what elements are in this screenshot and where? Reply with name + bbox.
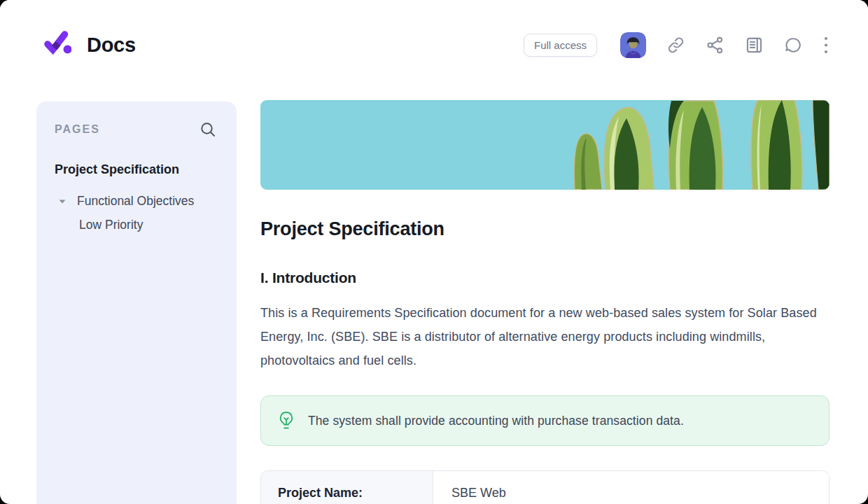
sidebar-item-label: Project Specification: [55, 162, 179, 177]
intro-paragraph: This is a Requirements Specification doc…: [260, 301, 830, 372]
pages-section-label: PAGES: [55, 123, 100, 136]
app-logo-icon: [42, 29, 71, 60]
full-access-button[interactable]: Full access: [524, 34, 597, 57]
lightbulb-icon: [278, 411, 295, 430]
user-avatar[interactable]: [620, 32, 646, 58]
header-actions: Full access: [524, 32, 829, 58]
sidebar-item-low-priority[interactable]: Low Priority: [36, 218, 237, 232]
table-row-label: Project Name:: [261, 471, 433, 504]
sidebar-item-label: Low Priority: [79, 218, 143, 232]
table-row-value[interactable]: SBE Web: [433, 471, 829, 504]
sidebar-item-label: Functional Objectives: [77, 194, 194, 209]
link-icon[interactable]: [666, 36, 685, 55]
app-window: Docs Full access: [0, 0, 868, 504]
feed-icon[interactable]: [745, 36, 764, 55]
cactus-banner-image: [260, 100, 830, 190]
brand: Docs: [42, 29, 136, 60]
share-icon[interactable]: [706, 36, 724, 55]
chat-icon[interactable]: [784, 36, 803, 55]
sidebar-item-functional-objectives[interactable]: Functional Objectives: [36, 194, 237, 209]
search-icon[interactable]: [199, 120, 217, 139]
app-title: Docs: [87, 34, 136, 57]
chevron-down-icon[interactable]: [57, 197, 67, 206]
callout-block[interactable]: The system shall provide accounting with…: [260, 396, 830, 446]
pages-nav: Project Specification Functional Objecti…: [36, 162, 237, 232]
section-heading: I. Introduction: [260, 270, 830, 286]
callout-text: The system shall provide accounting with…: [308, 414, 684, 428]
pages-sidebar: PAGES Project Specification Functional O…: [36, 102, 237, 504]
sidebar-item-project-specification[interactable]: Project Specification: [36, 162, 237, 177]
spec-table[interactable]: Project Name: SBE Web: [260, 470, 830, 504]
kebab-menu-icon[interactable]: [823, 36, 829, 55]
page-title: Project Specification: [260, 218, 830, 240]
app-header: Docs Full access: [0, 0, 868, 90]
document-area: Project Specification I. Introduction Th…: [260, 100, 830, 504]
